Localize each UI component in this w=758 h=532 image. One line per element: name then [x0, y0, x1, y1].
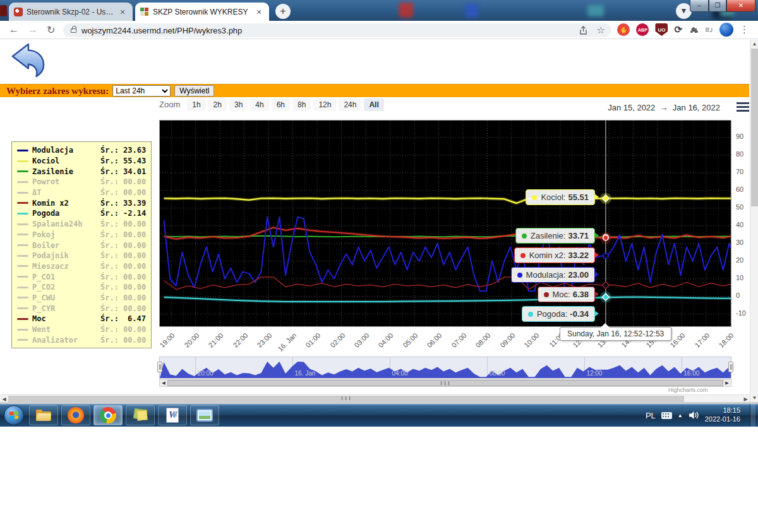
- media-queue-icon[interactable]: ≡♪: [705, 25, 713, 34]
- legend-item-zasilenie[interactable]: ZasilenieŚr.:34.01: [17, 166, 146, 177]
- legend-item-kociol[interactable]: KociolŚr.:55.43: [17, 156, 146, 167]
- legend-item-p-co2[interactable]: P_CO2Śr.:00.00: [17, 282, 146, 293]
- profile-avatar[interactable]: [719, 23, 733, 37]
- legend-avg-prefix: Śr.:: [100, 230, 123, 239]
- taskbar-firefox-button[interactable]: [61, 405, 90, 425]
- horizontal-scroll-thumb[interactable]: ❙❙❙: [8, 396, 684, 402]
- zoom-button-24h[interactable]: 24h: [339, 98, 361, 111]
- zoom-button-12h[interactable]: 12h: [313, 98, 336, 111]
- chart-context-menu-icon[interactable]: [737, 102, 749, 114]
- legend-item-pokoj[interactable]: PokojŚr.:00.00: [17, 230, 146, 240]
- svg-text:12:00: 12:00: [586, 370, 602, 377]
- close-button[interactable]: ✕: [726, 0, 755, 12]
- keyboard-icon[interactable]: [661, 412, 672, 419]
- legend-item-p-cwu[interactable]: P_CWUŚr.:00.00: [17, 293, 146, 304]
- legend-swatch: [17, 318, 28, 320]
- speaker-icon[interactable]: [689, 411, 699, 420]
- legend-item-boiler[interactable]: BoilerŚr.:00.00: [17, 240, 146, 251]
- firefox-icon: [68, 407, 84, 423]
- legend-item-spalanie24h[interactable]: Spalanie24hŚr.:00.00: [17, 219, 146, 230]
- show-desktop-button[interactable]: [750, 404, 755, 427]
- legend-swatch: [17, 276, 28, 278]
- browser-tab-2[interactable]: SKZP Sterownik WYKRESY ✕: [135, 3, 269, 21]
- ublock-extension-icon[interactable]: UO: [655, 23, 668, 36]
- legend-swatch: [17, 192, 28, 194]
- window-titlebar: Sterownik Skzp-02 - Ustawienia, ✕ SKZP S…: [0, 0, 758, 21]
- start-button[interactable]: [4, 405, 24, 425]
- page-vertical-scrollbar[interactable]: ▲ ▼: [750, 40, 758, 402]
- navigator-right-handle[interactable]: [728, 362, 733, 372]
- legend-item-mieszacz[interactable]: MieszaczŚr.:00.00: [17, 261, 146, 272]
- range-select[interactable]: Last 24h: [112, 85, 171, 97]
- address-bar[interactable]: wojszym2244.usermd.net/PHP/wykres3.php ☆: [63, 23, 611, 37]
- legend-item-analizator[interactable]: AnalizatorŚr.:00.00: [17, 334, 146, 345]
- taskbar-clock[interactable]: 18:15 2022-01-16: [705, 406, 740, 424]
- new-tab-button[interactable]: +: [275, 4, 291, 19]
- scroll-right-icon[interactable]: ▶: [742, 395, 750, 402]
- hidden-icons-arrow[interactable]: ▲: [678, 413, 683, 418]
- reload-button[interactable]: ↻: [47, 24, 55, 36]
- minimize-button[interactable]: –: [690, 0, 709, 12]
- sync-icon[interactable]: ⟳: [674, 24, 682, 35]
- abp-extension-icon[interactable]: ABP: [636, 23, 649, 36]
- highcharts-credits: Highcharts.com: [668, 387, 744, 393]
- page-horizontal-scrollbar[interactable]: ◀ ❙❙❙ ▶: [0, 394, 750, 402]
- chart-plot-area[interactable]: [159, 120, 731, 327]
- back-button[interactable]: ←: [9, 24, 19, 35]
- legend-series-name: Moc: [32, 314, 100, 323]
- back-navigation-arrow-image[interactable]: [8, 43, 47, 78]
- extensions-puzzle-icon[interactable]: [689, 25, 699, 35]
- chart-navigator[interactable]: 20:0016. Jan04:0008:0012:0016:00: [159, 357, 731, 379]
- legend-series-name: Pogoda: [32, 209, 100, 218]
- display-button[interactable]: Wyświetl: [174, 85, 214, 97]
- zoom-button-3h[interactable]: 3h: [229, 98, 248, 111]
- zoom-button-2h[interactable]: 2h: [208, 98, 227, 111]
- navigator-scrollbar[interactable]: ◀ ❙❙❙ ▶: [159, 379, 731, 387]
- windows-flag-icon: [9, 411, 20, 420]
- legend-item-podajnik[interactable]: PodajnikŚr.:00.00: [17, 251, 146, 261]
- navigator-left-handle[interactable]: [157, 362, 162, 372]
- svg-text:20:00: 20:00: [198, 370, 214, 377]
- zoom-button-6h[interactable]: 6h: [272, 98, 290, 111]
- desktop-artifact: [0, 5, 7, 16]
- legend-item-modulacja[interactable]: ModulacjaŚr.:23.63: [17, 145, 146, 156]
- blocker-extension-icon[interactable]: ✋: [617, 23, 630, 36]
- legend-swatch: [17, 255, 28, 257]
- legend-item-p-cyr[interactable]: P_CYRŚr.:00.00: [17, 303, 146, 314]
- legend-item-went[interactable]: WentŚr.:00.00: [17, 324, 146, 335]
- forward-button[interactable]: →: [28, 24, 38, 35]
- legend-item-pogoda[interactable]: PogodaŚr.:-2.14: [17, 208, 146, 219]
- legend-item-p-co1[interactable]: P_CO1Śr.:00.00: [17, 271, 146, 282]
- taskbar-notes-button[interactable]: [126, 405, 155, 425]
- tooltip-kociol: Kociol:55.51: [526, 189, 595, 205]
- legend-avg-value: 33.39: [123, 199, 146, 208]
- taskbar-chrome-button[interactable]: [93, 405, 123, 425]
- zoom-button-4h[interactable]: 4h: [250, 98, 268, 111]
- legend-item-powrot[interactable]: PowrotŚr.:00.00: [17, 177, 146, 187]
- legend-item--t[interactable]: ΔTŚr.:00.00: [17, 187, 146, 198]
- navigator-scroll-thumb[interactable]: ❙❙❙: [167, 380, 723, 386]
- browser-menu-icon[interactable]: ⋮: [740, 24, 749, 35]
- scroll-down-icon[interactable]: ▼: [750, 394, 758, 402]
- navigator-scroll-left-icon[interactable]: ◀: [160, 380, 167, 386]
- zoom-button-8h[interactable]: 8h: [292, 98, 311, 111]
- navigator-scroll-right-icon[interactable]: ▶: [723, 380, 731, 386]
- y-tick-label: 40: [736, 221, 743, 228]
- zoom-button-1h[interactable]: 1h: [187, 98, 205, 111]
- taskbar-explorer-button[interactable]: [29, 405, 58, 425]
- legend-item-komin-x2[interactable]: Komin x2Śr.:33.39: [17, 198, 146, 208]
- browser-tab-1[interactable]: Sterownik Skzp-02 - Ustawienia, ✕: [9, 3, 133, 21]
- maximize-button[interactable]: ❐: [709, 0, 726, 12]
- zoom-button-all[interactable]: All: [364, 98, 383, 111]
- tab2-close-icon[interactable]: ✕: [254, 7, 264, 17]
- bookmark-star-icon[interactable]: ☆: [597, 25, 605, 36]
- vertical-scroll-thumb[interactable]: [751, 49, 758, 206]
- tab1-close-icon[interactable]: ✕: [117, 7, 128, 17]
- language-indicator[interactable]: PL: [646, 411, 656, 420]
- taskbar-word-button[interactable]: W: [158, 405, 187, 425]
- scroll-up-icon[interactable]: ▲: [750, 40, 758, 48]
- legend-item-moc[interactable]: MocŚr.:6.47: [17, 314, 146, 324]
- taskbar-photos-button[interactable]: [190, 405, 219, 425]
- share-icon[interactable]: [579, 26, 588, 35]
- scroll-left-icon[interactable]: ◀: [0, 395, 8, 402]
